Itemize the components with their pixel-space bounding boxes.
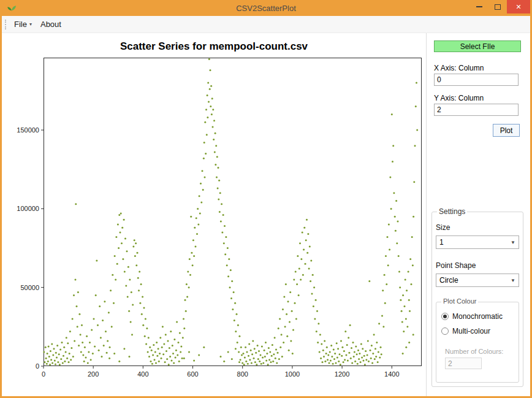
menu-file[interactable]: File ▾ [10, 17, 36, 31]
point-shape-dropdown[interactable]: Circle ▼ [436, 274, 519, 287]
point-shape-label: Point Shape [436, 261, 476, 270]
svg-text:1400: 1400 [384, 370, 399, 378]
svg-text:0: 0 [42, 370, 45, 378]
plot-colour-group-label: Plot Colour [441, 297, 478, 305]
number-of-colours-input[interactable] [445, 358, 482, 369]
svg-text:200: 200 [88, 370, 99, 378]
settings-group: Settings Size 1 ▼ Point Shape Circle ▼ P… [431, 212, 523, 387]
chevron-down-icon: ▼ [507, 274, 519, 286]
chevron-down-icon: ▾ [29, 21, 32, 27]
minimize-button[interactable] [470, 0, 488, 13]
plot-colour-group: Plot Colour Monochromatic Multi-colour N… [436, 302, 519, 383]
close-icon: ✕ [515, 3, 521, 11]
multi-colour-radio-label: Multi-colour [452, 327, 490, 335]
maximize-icon [495, 4, 501, 10]
scatter-plot-svg: 0200400600800100012001400050000100000150… [7, 53, 426, 384]
radio-icon [441, 327, 449, 335]
size-label: Size [436, 223, 450, 232]
menu-about-label: About [40, 20, 61, 29]
multi-colour-radio[interactable]: Multi-colour [441, 327, 490, 335]
x-axis-column-input[interactable] [434, 74, 519, 86]
plot-button[interactable]: Plot [493, 124, 520, 137]
window-controls: ✕ [470, 0, 530, 13]
maximize-button[interactable] [488, 0, 507, 13]
svg-text:0: 0 [36, 362, 39, 370]
svg-text:50000: 50000 [20, 284, 39, 291]
svg-text:400: 400 [137, 370, 148, 378]
toolstrip-grip-icon [5, 20, 6, 29]
svg-text:100000: 100000 [17, 205, 39, 212]
menu-about[interactable]: About [36, 17, 66, 31]
size-dropdown-value: 1 [436, 238, 507, 247]
monochromatic-radio[interactable]: Monochromatic [441, 312, 503, 321]
svg-text:800: 800 [237, 370, 248, 378]
client-area: Scatter Series for mempool-count.csv 020… [2, 33, 530, 396]
number-of-colours-label: Number of Colours: [445, 348, 503, 355]
y-axis-column-label: Y Axis: Column [434, 94, 484, 102]
svg-text:600: 600 [187, 370, 198, 378]
monochromatic-radio-label: Monochromatic [452, 312, 503, 321]
select-file-button[interactable]: Select FIle [434, 40, 521, 52]
chart-title: Scatter Series for mempool-count.csv [2, 40, 426, 53]
close-button[interactable]: ✕ [507, 0, 530, 13]
menu-file-label: File [14, 20, 27, 29]
title-bar: CSV2ScatterPlot ✕ [2, 0, 530, 16]
size-dropdown[interactable]: 1 ▼ [436, 235, 519, 249]
y-axis-column-input[interactable] [434, 104, 519, 116]
control-panel: Select FIle X Axis: Column Y Axis: Colum… [426, 33, 530, 396]
chart-area: Scatter Series for mempool-count.csv 020… [2, 33, 426, 396]
app-icon [7, 3, 18, 13]
point-shape-dropdown-value: Circle [436, 276, 507, 285]
svg-text:1000: 1000 [285, 370, 300, 378]
x-axis-column-label: X Axis: Column [434, 64, 484, 72]
svg-text:1200: 1200 [335, 370, 349, 378]
settings-group-label: Settings [437, 207, 467, 216]
chevron-down-icon: ▼ [507, 236, 519, 248]
svg-text:150000: 150000 [17, 126, 39, 134]
window-title: CSV2ScatterPlot [2, 4, 530, 13]
app-window: CSV2ScatterPlot ✕ File ▾ About Scatter S… [0, 0, 532, 398]
menu-bar: File ▾ About [2, 16, 530, 33]
minimize-icon [476, 6, 482, 7]
radio-icon [441, 313, 449, 320]
